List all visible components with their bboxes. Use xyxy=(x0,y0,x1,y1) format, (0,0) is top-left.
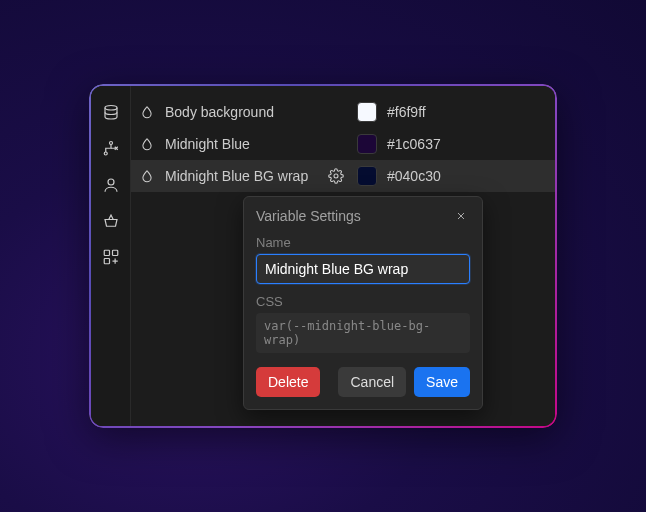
hierarchy-icon xyxy=(102,140,120,158)
sidebar-item-basket[interactable] xyxy=(96,206,126,236)
delete-button[interactable]: Delete xyxy=(256,367,320,397)
database-icon xyxy=(102,104,120,122)
sidebar-item-apps[interactable] xyxy=(96,242,126,272)
user-icon xyxy=(102,176,120,194)
svg-rect-6 xyxy=(104,259,109,264)
apps-icon xyxy=(102,248,120,266)
color-hex: #1c0637 xyxy=(387,136,441,152)
close-button[interactable] xyxy=(452,207,470,225)
css-value: var(--midnight-blue-bg-wrap) xyxy=(256,313,470,353)
variable-label: Midnight Blue xyxy=(165,136,315,152)
variable-row[interactable]: Midnight Blue BG wrap #040c30 xyxy=(131,160,555,192)
droplet-icon xyxy=(139,168,155,184)
color-hex: #040c30 xyxy=(387,168,441,184)
name-input[interactable] xyxy=(256,254,470,284)
main-panel: Body background #f6f9ff Midnight Blue #1… xyxy=(131,86,555,426)
color-swatch[interactable] xyxy=(357,166,377,186)
gear-icon xyxy=(328,168,344,184)
variable-settings-popover: Variable Settings Name CSS var(--midnigh… xyxy=(243,196,483,410)
sidebar xyxy=(91,86,131,426)
cancel-button[interactable]: Cancel xyxy=(338,367,406,397)
variable-row[interactable]: Midnight Blue #1c0637 xyxy=(131,128,555,160)
color-swatch[interactable] xyxy=(357,134,377,154)
svg-point-1 xyxy=(109,142,112,145)
svg-rect-5 xyxy=(112,250,117,255)
variable-row[interactable]: Body background #f6f9ff xyxy=(131,96,555,128)
svg-point-7 xyxy=(334,174,338,178)
svg-point-3 xyxy=(108,179,114,185)
droplet-icon xyxy=(139,136,155,152)
variable-label: Body background xyxy=(165,104,315,120)
settings-button[interactable] xyxy=(325,165,347,187)
svg-rect-4 xyxy=(104,250,109,255)
close-icon xyxy=(455,210,467,222)
variable-label: Midnight Blue BG wrap xyxy=(165,168,315,184)
css-field-label: CSS xyxy=(256,294,470,309)
name-field-label: Name xyxy=(256,235,470,250)
svg-point-0 xyxy=(105,106,117,111)
app-window: Body background #f6f9ff Midnight Blue #1… xyxy=(89,84,557,428)
sidebar-item-database[interactable] xyxy=(96,98,126,128)
droplet-icon xyxy=(139,104,155,120)
sidebar-item-hierarchy[interactable] xyxy=(96,134,126,164)
color-hex: #f6f9ff xyxy=(387,104,426,120)
basket-icon xyxy=(102,212,120,230)
save-button[interactable]: Save xyxy=(414,367,470,397)
popover-title: Variable Settings xyxy=(256,208,361,224)
svg-point-2 xyxy=(104,152,107,155)
sidebar-item-user[interactable] xyxy=(96,170,126,200)
color-swatch[interactable] xyxy=(357,102,377,122)
